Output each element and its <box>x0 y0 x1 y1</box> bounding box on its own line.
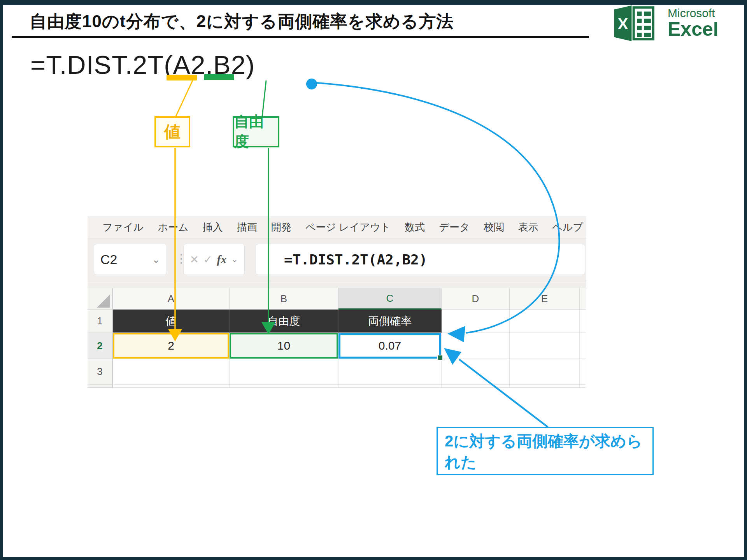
column-header-d[interactable]: D <box>442 288 510 310</box>
formula-bar-row: C2 ⌄ ⋮ ✕ ✓ fx ⌄ =T.DIST.2T(A2,B2) <box>88 238 586 281</box>
row-header-1[interactable]: 1 <box>88 310 113 333</box>
cell-f3-partial <box>580 359 586 385</box>
cell-c2-value: 0.07 <box>379 339 401 352</box>
formula-display: =T.DIST.2T(A2,B2) <box>30 50 255 80</box>
value-label: 値 <box>164 121 181 143</box>
cell-a3[interactable] <box>113 359 230 385</box>
fill-handle[interactable] <box>437 355 443 360</box>
enter-icon[interactable]: ✓ <box>203 253 212 266</box>
column-header-partial <box>580 288 586 310</box>
cell-e3[interactable] <box>510 359 580 385</box>
cell-c1[interactable]: 両側確率 <box>338 310 442 333</box>
cell-e2[interactable] <box>510 333 580 359</box>
name-box-value: C2 <box>100 252 117 267</box>
formula-bar-input[interactable]: =T.DIST.2T(A2,B2) <box>256 244 585 275</box>
cell-b1[interactable]: 自由度 <box>230 310 338 333</box>
row-header-2[interactable]: 2 <box>88 333 113 359</box>
select-all-corner[interactable] <box>88 288 113 310</box>
chevron-down-icon[interactable]: ⌄ <box>152 254 160 266</box>
column-header-a[interactable]: A <box>113 288 230 310</box>
ribbon-sheet-gap <box>88 281 586 288</box>
cell-d1[interactable] <box>442 310 510 333</box>
row-header-partial <box>88 385 113 388</box>
cell-f1-partial <box>580 310 586 333</box>
cell-e1[interactable] <box>510 310 580 333</box>
cell-b2[interactable]: 10 <box>230 333 338 359</box>
tab-home[interactable]: ホーム <box>158 220 188 234</box>
page-title: 自由度10のt分布で、2に対する両側確率を求める方法 <box>30 10 454 33</box>
tab-insert[interactable]: 挿入 <box>203 220 223 234</box>
column-header-e[interactable]: E <box>510 288 580 310</box>
column-header-c[interactable]: C <box>338 288 442 310</box>
formula-controls: ✕ ✓ fx ⌄ <box>183 244 245 275</box>
cell-d2[interactable] <box>442 333 510 359</box>
logo-excel-text: Excel <box>668 19 719 39</box>
row-header-3[interactable]: 3 <box>88 359 113 385</box>
result-callout-text: 2に対する両側確率が求められた <box>445 432 642 471</box>
tab-draw[interactable]: 描画 <box>237 220 257 234</box>
tab-data[interactable]: データ <box>439 220 470 234</box>
dof-connector-line <box>262 80 266 116</box>
tab-view[interactable]: 表示 <box>518 220 538 234</box>
value-connector-line <box>176 80 193 116</box>
cancel-icon[interactable]: ✕ <box>190 253 199 266</box>
excel-window: ファイル ホーム 挿入 描画 開発 ページ レイアウト 数式 データ 校閲 表示… <box>88 216 586 387</box>
dof-label-box: 自由度 <box>233 116 279 147</box>
select-all-triangle-icon <box>97 294 110 308</box>
logo-microsoft-text: Microsoft <box>668 7 719 19</box>
excel-logo: X Microsoft Excel <box>610 5 719 42</box>
name-box[interactable]: C2 ⌄ <box>94 244 167 275</box>
result-callout-box: 2に対する両側確率が求められた <box>437 427 654 475</box>
tab-formulas[interactable]: 数式 <box>405 220 425 234</box>
cell-f2-partial <box>580 333 586 359</box>
title-underline <box>12 36 589 38</box>
fx-chevron-down-icon[interactable]: ⌄ <box>231 254 238 264</box>
dof-label: 自由度 <box>234 112 278 152</box>
value-label-box: 値 <box>154 116 190 147</box>
cell-d3[interactable] <box>442 359 510 385</box>
excel-icon-letter: X <box>618 15 628 32</box>
tab-developer[interactable]: 開発 <box>271 220 291 234</box>
tab-file[interactable]: ファイル <box>102 220 144 234</box>
cell-c2[interactable]: 0.07 <box>338 333 442 359</box>
cell-b3[interactable] <box>230 359 338 385</box>
cell-a1[interactable]: 値 <box>113 310 230 333</box>
tab-review[interactable]: 校閲 <box>484 220 504 234</box>
tab-help[interactable]: ヘルプ <box>552 220 583 234</box>
excel-app-icon: X <box>610 5 661 42</box>
column-header-b[interactable]: B <box>230 288 338 310</box>
cell-c3[interactable] <box>338 359 442 385</box>
insert-function-icon[interactable]: fx <box>217 253 226 266</box>
formula-anchor-dot <box>306 79 317 89</box>
cell-a2[interactable]: 2 <box>113 333 230 359</box>
spreadsheet-grid: A B C D E 1 値 自由度 両側確率 2 2 10 0.07 3 <box>88 288 586 388</box>
tab-page-layout[interactable]: ページ レイアウト <box>305 220 391 234</box>
formula-bar-text: =T.DIST.2T(A2,B2) <box>284 252 427 268</box>
ribbon-tab-bar: ファイル ホーム 挿入 描画 開発 ページ レイアウト 数式 データ 校閲 表示… <box>88 216 586 238</box>
